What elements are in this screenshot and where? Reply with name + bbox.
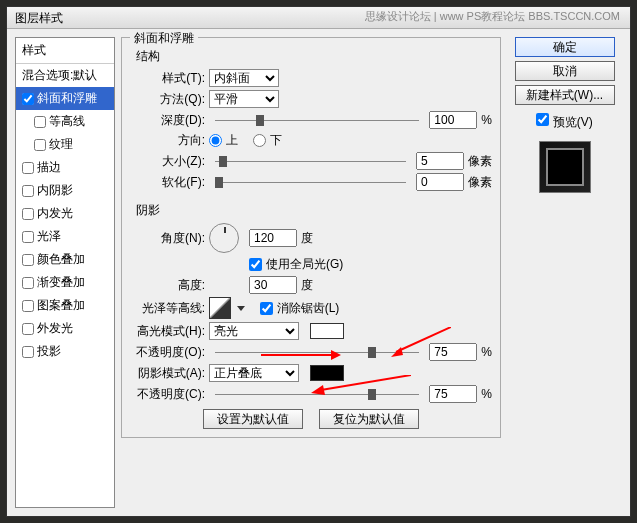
shadow-mode-label: 阴影模式(A): (130, 365, 205, 382)
main-panel: 斜面和浮雕 结构 样式(T):内斜面 方法(Q):平滑 深度(D):% 方向:上… (121, 37, 501, 508)
inner-shadow-checkbox[interactable] (22, 185, 34, 197)
sidebar-item-drop-shadow[interactable]: 投影 (16, 340, 114, 363)
satin-checkbox[interactable] (22, 231, 34, 243)
watermark: 思缘设计论坛 | www PS教程论坛 BBS.TSCCN.COM (365, 9, 620, 24)
sidebar-item-inner-shadow[interactable]: 内阴影 (16, 179, 114, 202)
gloss-contour-label: 光泽等高线: (130, 300, 205, 317)
style-select[interactable]: 内斜面 (209, 69, 279, 87)
sidebar-head: 样式 (16, 38, 114, 64)
shadow-color-swatch[interactable] (310, 365, 344, 381)
size-label: 大小(Z): (130, 153, 205, 170)
direction-down-radio[interactable] (253, 134, 266, 147)
soften-label: 软化(F): (130, 174, 205, 191)
sidebar-item-inner-glow[interactable]: 内发光 (16, 202, 114, 225)
soften-slider[interactable] (215, 173, 406, 191)
dialog-title: 图层样式 (15, 11, 63, 25)
size-slider[interactable] (215, 152, 406, 170)
method-label: 方法(Q): (130, 91, 205, 108)
direction-label: 方向: (130, 132, 205, 149)
bevel-fieldset: 斜面和浮雕 结构 样式(T):内斜面 方法(Q):平滑 深度(D):% 方向:上… (121, 37, 501, 438)
ok-button[interactable]: 确定 (515, 37, 615, 57)
size-input[interactable] (416, 152, 464, 170)
highlight-color-swatch[interactable] (310, 323, 344, 339)
styles-sidebar: 样式 混合选项:默认 斜面和浮雕 等高线 纹理 描边 内阴影 内发光 光泽 颜色… (15, 37, 115, 508)
reset-default-button[interactable]: 复位为默认值 (319, 409, 419, 429)
outer-glow-checkbox[interactable] (22, 323, 34, 335)
right-panel: 确定 取消 新建样式(W)... 预览(V) (507, 37, 622, 508)
color-overlay-checkbox[interactable] (22, 254, 34, 266)
pattern-overlay-checkbox[interactable] (22, 300, 34, 312)
altitude-label: 高度: (130, 277, 205, 294)
preview-checkbox[interactable] (536, 113, 549, 126)
sidebar-item-stroke[interactable]: 描边 (16, 156, 114, 179)
highlight-mode-select[interactable]: 亮光 (209, 322, 299, 340)
angle-wheel[interactable] (209, 223, 239, 253)
drop-shadow-checkbox[interactable] (22, 346, 34, 358)
soften-input[interactable] (416, 173, 464, 191)
titlebar[interactable]: 图层样式 思缘设计论坛 | www PS教程论坛 BBS.TSCCN.COM (7, 7, 630, 29)
method-select[interactable]: 平滑 (209, 90, 279, 108)
global-light-checkbox[interactable] (249, 258, 262, 271)
depth-slider[interactable] (215, 111, 419, 129)
angle-input[interactable] (249, 229, 297, 247)
sidebar-item-pattern-overlay[interactable]: 图案叠加 (16, 294, 114, 317)
altitude-input[interactable] (249, 276, 297, 294)
bevel-checkbox[interactable] (22, 93, 34, 105)
gloss-contour-picker[interactable] (209, 297, 231, 319)
depth-input[interactable] (429, 111, 477, 129)
stroke-checkbox[interactable] (22, 162, 34, 174)
highlight-opacity-label: 不透明度(O): (130, 344, 205, 361)
new-style-button[interactable]: 新建样式(W)... (515, 85, 615, 105)
preview-thumbnail (539, 141, 591, 193)
antialias-checkbox[interactable] (260, 302, 273, 315)
sidebar-item-bevel[interactable]: 斜面和浮雕 (16, 87, 114, 110)
direction-up-radio[interactable] (209, 134, 222, 147)
sidebar-item-contour[interactable]: 等高线 (16, 110, 114, 133)
shadow-mode-select[interactable]: 正片叠底 (209, 364, 299, 382)
depth-label: 深度(D): (130, 112, 205, 129)
sidebar-item-satin[interactable]: 光泽 (16, 225, 114, 248)
set-default-button[interactable]: 设置为默认值 (203, 409, 303, 429)
shadow-label: 阴影 (136, 202, 492, 219)
inner-glow-checkbox[interactable] (22, 208, 34, 220)
highlight-opacity-input[interactable] (429, 343, 477, 361)
sidebar-item-texture[interactable]: 纹理 (16, 133, 114, 156)
style-label: 样式(T): (130, 70, 205, 87)
highlight-opacity-slider[interactable] (215, 343, 419, 361)
texture-checkbox[interactable] (34, 139, 46, 151)
chevron-down-icon[interactable] (237, 306, 245, 311)
shadow-opacity-slider[interactable] (215, 385, 419, 403)
contour-checkbox[interactable] (34, 116, 46, 128)
sidebar-item-color-overlay[interactable]: 颜色叠加 (16, 248, 114, 271)
highlight-mode-label: 高光模式(H): (130, 323, 205, 340)
shadow-opacity-label: 不透明度(C): (130, 386, 205, 403)
gradient-overlay-checkbox[interactable] (22, 277, 34, 289)
structure-label: 结构 (136, 48, 492, 65)
cancel-button[interactable]: 取消 (515, 61, 615, 81)
sidebar-item-gradient-overlay[interactable]: 渐变叠加 (16, 271, 114, 294)
layer-style-dialog: 图层样式 思缘设计论坛 | www PS教程论坛 BBS.TSCCN.COM 样… (6, 6, 631, 517)
sidebar-item-outer-glow[interactable]: 外发光 (16, 317, 114, 340)
shadow-opacity-input[interactable] (429, 385, 477, 403)
angle-label: 角度(N): (130, 230, 205, 247)
sidebar-blend-options[interactable]: 混合选项:默认 (16, 64, 114, 87)
